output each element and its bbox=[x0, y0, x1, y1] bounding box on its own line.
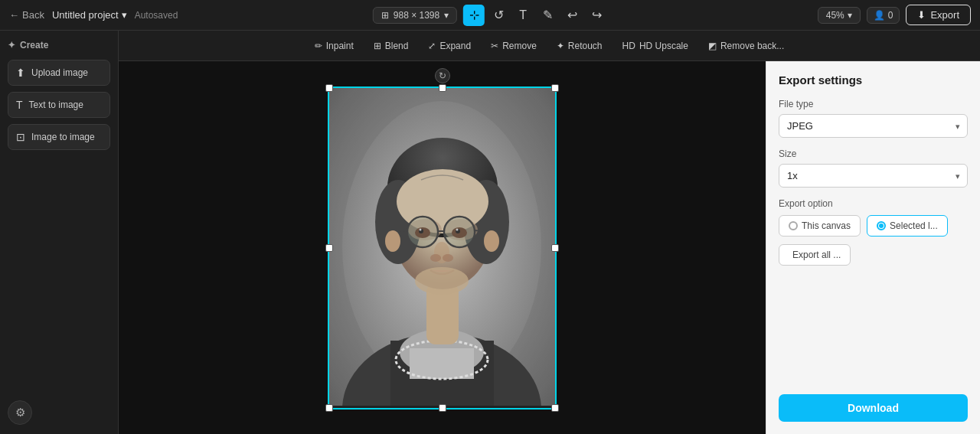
this-canvas-label: This canvas bbox=[802, 220, 851, 231]
chevron-down-icon: ▾ bbox=[122, 9, 127, 21]
selected-layer-radio-icon bbox=[877, 221, 886, 230]
svg-point-32 bbox=[385, 230, 400, 252]
remove-label: Remove bbox=[502, 41, 537, 51]
settings-button[interactable]: ⚙ bbox=[8, 400, 32, 425]
remove-back-label: Remove back... bbox=[720, 41, 784, 51]
handle-middle-left[interactable] bbox=[325, 244, 333, 252]
redo-tool-button[interactable]: ↺ bbox=[488, 5, 509, 26]
blend-button[interactable]: ⊞ Blend bbox=[365, 37, 417, 55]
this-canvas-radio-icon bbox=[789, 221, 798, 230]
handle-bottom-right[interactable] bbox=[551, 404, 559, 412]
handle-middle-right[interactable] bbox=[551, 244, 559, 252]
retouch-icon: ✦ bbox=[557, 41, 564, 51]
sidebar: ✦ Create ⬆ Upload image T Text to image … bbox=[0, 31, 119, 434]
svg-point-29 bbox=[430, 254, 441, 262]
export-option-label: Export option bbox=[779, 198, 968, 209]
retouch-label: Retouch bbox=[568, 41, 603, 51]
file-type-select-wrapper: JPEG PNG WEBP ▾ bbox=[779, 114, 968, 138]
select-tool-button[interactable]: ⊹ bbox=[463, 5, 485, 26]
file-type-select[interactable]: JPEG PNG WEBP bbox=[779, 114, 968, 138]
upscale-label: HD Upscale bbox=[639, 41, 688, 51]
remove-button[interactable]: ✂ Remove bbox=[482, 37, 545, 55]
rotate-handle[interactable]: ↻ bbox=[435, 68, 450, 83]
handle-top-center[interactable] bbox=[439, 84, 446, 92]
topbar-center: ⊞ 988 × 1398 ▾ ⊹ ↺ T ✎ ↩ ↪ bbox=[373, 5, 607, 26]
topbar-right: 45% ▾ 👤 0 ⬇ Export bbox=[818, 5, 971, 25]
redo-button[interactable]: ↪ bbox=[586, 5, 607, 26]
remove-back-icon: ◩ bbox=[708, 41, 717, 51]
export-icon: ⬇ bbox=[917, 9, 926, 21]
toolbar: ✏ Inpaint ⊞ Blend ⤢ Expand ✂ Remove ✦ Re… bbox=[119, 31, 980, 61]
size-select-wrapper: 1x 2x 4x ▾ bbox=[779, 164, 968, 188]
back-label: Back bbox=[22, 9, 44, 21]
text-tool-button[interactable]: T bbox=[512, 5, 534, 26]
text-to-image-icon: T bbox=[16, 99, 23, 111]
zoom-text: 45% bbox=[826, 10, 844, 21]
create-label: Create bbox=[20, 40, 48, 51]
chevron-down-icon-dims: ▾ bbox=[444, 10, 449, 21]
sidebar-bottom: ⚙ bbox=[8, 400, 110, 425]
canvas-content: ↻ bbox=[328, 86, 557, 410]
back-button[interactable]: ← Back bbox=[9, 9, 44, 21]
pen-tool-button[interactable]: ✎ bbox=[537, 5, 558, 26]
svg-rect-5 bbox=[410, 348, 474, 379]
upload-icon: ⬆ bbox=[16, 67, 25, 79]
canvas-wrapper: ↻ bbox=[328, 86, 557, 410]
image-to-image-label: Image to image bbox=[31, 132, 95, 142]
text-to-image-button[interactable]: T Text to image bbox=[8, 92, 110, 118]
selected-layer-label: Selected l... bbox=[890, 220, 938, 231]
right-section: ✏ Inpaint ⊞ Blend ⤢ Expand ✂ Remove ✦ Re… bbox=[119, 31, 980, 434]
dimensions-badge[interactable]: ⊞ 988 × 1398 ▾ bbox=[373, 7, 457, 24]
user-count: 0 bbox=[888, 10, 893, 21]
remove-back-button[interactable]: ◩ Remove back... bbox=[700, 37, 792, 55]
topbar: ← Back Untitled project ▾ Autosaved ⊞ 98… bbox=[0, 0, 980, 31]
handle-top-left[interactable] bbox=[325, 84, 333, 92]
dimensions-icon: ⊞ bbox=[381, 10, 389, 21]
handle-bottom-left[interactable] bbox=[325, 404, 333, 412]
svg-point-30 bbox=[443, 254, 453, 262]
upload-image-button[interactable]: ⬆ Upload image bbox=[8, 60, 110, 86]
export-label: Export bbox=[930, 9, 959, 21]
autosaved-label: Autosaved bbox=[135, 10, 178, 21]
blend-icon: ⊞ bbox=[374, 41, 381, 51]
this-canvas-button[interactable]: This canvas bbox=[779, 215, 861, 237]
image-to-image-button[interactable]: ⊡ Image to image bbox=[8, 124, 110, 150]
image-container[interactable] bbox=[328, 86, 557, 410]
inpaint-button[interactable]: ✏ Inpaint bbox=[306, 37, 362, 55]
project-name[interactable]: Untitled project ▾ bbox=[52, 9, 127, 21]
canvas-area[interactable]: ↻ bbox=[119, 61, 766, 434]
export-option-buttons: This canvas Selected l... bbox=[779, 215, 968, 237]
sidebar-create-title: ✦ Create bbox=[8, 40, 110, 51]
export-all-button[interactable]: Export all ... bbox=[779, 244, 851, 266]
back-arrow-icon: ← bbox=[9, 9, 19, 21]
upload-image-label: Upload image bbox=[31, 67, 88, 78]
user-icon: 👤 bbox=[874, 10, 885, 21]
blend-label: Blend bbox=[385, 41, 409, 51]
expand-button[interactable]: ⤢ Expand bbox=[420, 37, 479, 55]
svg-point-27 bbox=[456, 228, 459, 230]
selected-layer-button[interactable]: Selected l... bbox=[867, 215, 948, 237]
inpaint-icon: ✏ bbox=[315, 41, 322, 51]
upscale-button[interactable]: HD HD Upscale bbox=[614, 37, 697, 55]
export-button[interactable]: ⬇ Export bbox=[906, 5, 971, 25]
zoom-badge[interactable]: 45% ▾ bbox=[818, 7, 861, 24]
size-select[interactable]: 1x 2x 4x bbox=[779, 164, 968, 188]
canvas-export-row: ↻ bbox=[119, 61, 980, 434]
svg-point-33 bbox=[484, 230, 499, 252]
image-to-image-icon: ⊡ bbox=[16, 131, 25, 143]
handle-top-right[interactable] bbox=[551, 84, 559, 92]
upscale-icon: HD bbox=[622, 41, 635, 51]
handle-bottom-center[interactable] bbox=[439, 404, 446, 412]
create-icon: ✦ bbox=[8, 40, 15, 51]
download-button[interactable]: Download bbox=[779, 394, 968, 422]
undo-button[interactable]: ↩ bbox=[561, 5, 583, 26]
chevron-down-icon-zoom: ▾ bbox=[848, 10, 852, 21]
main-layout: ✦ Create ⬆ Upload image T Text to image … bbox=[0, 31, 980, 434]
retouch-button[interactable]: ✦ Retouch bbox=[548, 37, 611, 55]
topbar-tools: ⊹ ↺ T ✎ ↩ ↪ bbox=[463, 5, 607, 26]
portrait-image bbox=[329, 88, 555, 406]
text-to-image-label: Text to image bbox=[29, 100, 83, 110]
remove-icon: ✂ bbox=[491, 41, 498, 51]
expand-label: Expand bbox=[439, 41, 471, 51]
svg-point-26 bbox=[420, 228, 422, 230]
